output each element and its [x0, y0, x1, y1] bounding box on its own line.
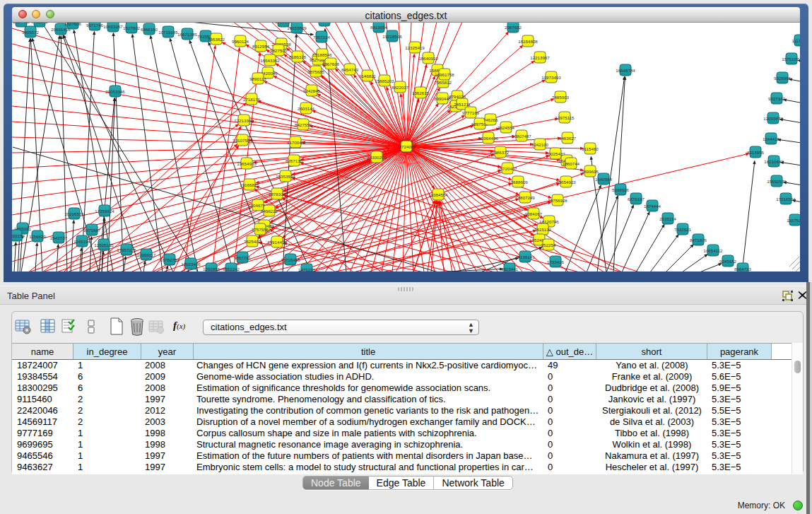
svg-text:252254: 252254 — [541, 243, 556, 247]
svg-text:746266: 746266 — [483, 117, 498, 122]
svg-text:1244415: 1244415 — [763, 136, 780, 141]
svg-text:1167534: 1167534 — [787, 218, 800, 223]
svg-text:15751074: 15751074 — [782, 57, 800, 62]
svg-text:10973493: 10973493 — [541, 75, 561, 80]
svg-text:10653267: 10653267 — [103, 24, 123, 29]
svg-text:19218506: 19218506 — [382, 34, 402, 39]
svg-text:1604485: 1604485 — [13, 23, 30, 24]
svg-text:9242845: 9242845 — [303, 88, 321, 93]
svg-text:10958117: 10958117 — [136, 252, 156, 257]
svg-text:2087682: 2087682 — [505, 25, 522, 30]
svg-text:19756928: 19756928 — [548, 198, 567, 203]
svg-text:15188546: 15188546 — [312, 52, 332, 57]
svg-text:9923441: 9923441 — [501, 267, 519, 271]
svg-text:9827503: 9827503 — [270, 48, 288, 53]
svg-text:2942737: 2942737 — [50, 235, 68, 240]
svg-text:9975887: 9975887 — [83, 228, 101, 233]
svg-text:7955812: 7955812 — [435, 80, 452, 85]
svg-text:19166825: 19166825 — [240, 182, 259, 187]
svg-text:9405572: 9405572 — [31, 23, 49, 24]
svg-text:1362615: 1362615 — [412, 90, 430, 95]
svg-text:12213369: 12213369 — [234, 118, 254, 123]
svg-text:9777169: 9777169 — [462, 110, 480, 115]
svg-text:8964733: 8964733 — [734, 267, 752, 271]
svg-text:12213967: 12213967 — [530, 55, 550, 60]
svg-text:14914479: 14914479 — [267, 240, 287, 245]
svg-text:6466160: 6466160 — [141, 27, 158, 32]
svg-text:9699695: 9699695 — [582, 169, 599, 174]
svg-text:1117278: 1117278 — [792, 38, 800, 43]
svg-text:19654923: 19654923 — [556, 180, 576, 185]
svg-text:9115460: 9115460 — [582, 146, 599, 151]
svg-text:1803168: 1803168 — [275, 23, 293, 24]
svg-text:9242100: 9242100 — [531, 142, 549, 147]
svg-text:12975115: 12975115 — [555, 115, 575, 120]
svg-text:1292853: 1292853 — [203, 267, 220, 271]
svg-text:15720407: 15720407 — [498, 166, 517, 171]
svg-text:16033809: 16033809 — [287, 25, 307, 30]
svg-text:20053346: 20053346 — [105, 89, 125, 94]
svg-text:6879197: 6879197 — [628, 197, 645, 201]
svg-text:7625402: 7625402 — [244, 239, 261, 244]
svg-text:1733426: 1733426 — [547, 259, 565, 264]
svg-text:17359924: 17359924 — [95, 209, 114, 214]
svg-text:16210643: 16210643 — [764, 159, 784, 164]
svg-text:9227342: 9227342 — [768, 96, 786, 101]
svg-text:19384554: 19384554 — [428, 192, 448, 197]
svg-text:19654933: 19654933 — [237, 161, 257, 166]
svg-text:1156829: 1156829 — [29, 234, 46, 239]
svg-text:9857791: 9857791 — [234, 255, 252, 260]
svg-text:3624554: 3624554 — [498, 125, 515, 130]
svg-text:9551242: 9551242 — [223, 267, 240, 271]
svg-text:16782759: 16782759 — [160, 257, 180, 262]
svg-text:7032621: 7032621 — [674, 227, 692, 232]
svg-text:16120746: 16120746 — [539, 219, 559, 224]
svg-text:20364436: 20364436 — [478, 136, 498, 141]
svg-text:15353594: 15353594 — [276, 174, 295, 179]
svg-text:5938926: 5938926 — [612, 187, 630, 192]
svg-text:2603144: 2603144 — [298, 106, 315, 111]
svg-text:9405572: 9405572 — [22, 30, 40, 35]
svg-text:17957275: 17957275 — [117, 247, 136, 252]
svg-text:18300295: 18300295 — [367, 155, 387, 160]
svg-text:7357224: 7357224 — [313, 35, 331, 40]
svg-text:15885203: 15885203 — [375, 78, 394, 83]
svg-text:10107554: 10107554 — [233, 138, 252, 143]
svg-text:1939154: 1939154 — [12, 233, 25, 238]
svg-text:8186328: 8186328 — [289, 54, 307, 59]
svg-text:10719185: 10719185 — [158, 30, 178, 35]
svg-text:14136141: 14136141 — [515, 255, 535, 259]
svg-text:1827606: 1827606 — [64, 23, 82, 26]
svg-text:8267130: 8267130 — [286, 158, 303, 163]
svg-text:1874444: 1874444 — [644, 204, 661, 209]
svg-text:10807487: 10807487 — [512, 134, 531, 139]
svg-text:1860744: 1860744 — [563, 161, 580, 166]
svg-text:8498222: 8498222 — [261, 209, 278, 214]
svg-text:1640954: 1640954 — [595, 177, 613, 182]
svg-text:8427552: 8427552 — [295, 122, 312, 127]
svg-text:2935114: 2935114 — [659, 216, 676, 221]
svg-text:7986372: 7986372 — [492, 150, 510, 155]
svg-text:16154808: 16154808 — [518, 39, 538, 44]
svg-text:16961758: 16961758 — [435, 72, 454, 77]
svg-text:8454749: 8454749 — [341, 67, 359, 72]
svg-text:2967608: 2967608 — [322, 62, 340, 66]
svg-text:8213955: 8213955 — [747, 150, 765, 155]
svg-text:9329966: 9329966 — [774, 76, 792, 81]
svg-text:12093873: 12093873 — [763, 116, 783, 121]
svg-text:7154893: 7154893 — [316, 23, 334, 23]
svg-text:10654112: 10654112 — [703, 248, 723, 253]
svg-text:6794028: 6794028 — [449, 94, 466, 99]
svg-text:9960124: 9960124 — [232, 39, 249, 44]
svg-text:16671385: 16671385 — [177, 32, 197, 37]
svg-text:3875685: 3875685 — [307, 69, 325, 74]
svg-text:9971746: 9971746 — [86, 23, 104, 28]
svg-text:8813054: 8813054 — [370, 25, 388, 30]
svg-text:9890113: 9890113 — [249, 76, 266, 81]
svg-text:18724007: 18724007 — [396, 144, 416, 149]
svg-text:1527602: 1527602 — [123, 25, 141, 30]
svg-text:16543362: 16543362 — [260, 58, 280, 63]
svg-text:8471876: 8471876 — [690, 238, 707, 243]
svg-text:9146821: 9146821 — [359, 74, 377, 78]
svg-text:17016504: 17016504 — [776, 197, 796, 201]
